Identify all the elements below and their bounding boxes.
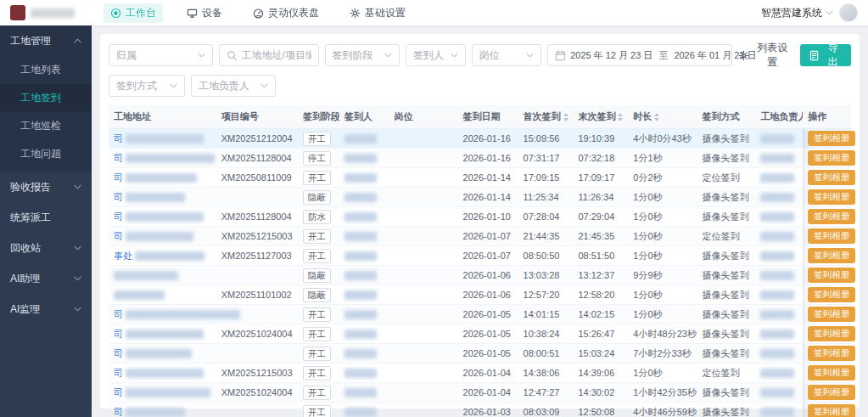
manager-cell xyxy=(755,305,803,324)
project-no-cell: XM20251212004 xyxy=(216,129,298,149)
table-row[interactable]: 司XM20251215003开工2026-01-0414:38:0614:39:… xyxy=(109,363,851,383)
col-duration[interactable]: 时长 xyxy=(628,105,697,129)
first-signin-cell: 12:47:27 xyxy=(518,383,574,403)
table-row[interactable]: 事处XM20251127003开工2026-01-0708:50:5008:51… xyxy=(109,246,851,266)
stage-cell: 隐蔽 xyxy=(298,188,339,207)
site-address-cell[interactable]: 司 xyxy=(109,149,216,168)
table-row[interactable]: 司XM20251215003开工2026-01-0721:44:3521:45:… xyxy=(109,227,851,246)
col-last-signin[interactable]: 末次签到 xyxy=(573,105,628,129)
table-row[interactable]: 司开工2026-01-0508:00:5115:03:247小时2分33秒摄像头… xyxy=(109,344,851,363)
sidebar-item-label: AI助理 xyxy=(10,272,40,286)
stage-filter-select[interactable]: 签到阶段 xyxy=(325,44,400,66)
signin-album-button[interactable]: 签到相册 xyxy=(808,131,855,146)
avatar[interactable] xyxy=(839,3,858,22)
signin-album-button[interactable]: 签到相册 xyxy=(808,326,855,341)
signin-album-button[interactable]: 签到相册 xyxy=(808,209,855,224)
table-row[interactable]: 司XM20251024004开工2026-01-0412:47:2714:30:… xyxy=(109,383,851,403)
last-signin-cell: 07:32:18 xyxy=(573,149,628,168)
action-cell: 签到相册 xyxy=(803,324,851,344)
export-button[interactable]: 导出 xyxy=(800,44,851,66)
site-address-cell[interactable]: 司 xyxy=(109,188,216,207)
post-cell xyxy=(389,324,458,344)
post-filter-select[interactable]: 岗位 xyxy=(472,44,541,66)
signin-album-button[interactable]: 签到相册 xyxy=(808,307,855,322)
signin-album-button[interactable]: 签到相册 xyxy=(808,150,855,166)
stage-tag: 开工 xyxy=(303,132,331,146)
manager-filter-select[interactable]: 工地负责人 xyxy=(191,75,276,97)
site-address-cell[interactable]: 事处 xyxy=(109,246,216,266)
table-row[interactable]: 司开工2026-01-0308:03:0912:50:084小时46分59秒摄像… xyxy=(109,403,851,417)
sidebar-item-site-list[interactable]: 工地列表 xyxy=(0,56,92,84)
sidebar-item-acceptance-report[interactable]: 验收报告 xyxy=(0,172,92,202)
list-settings-button[interactable]: 列表设置 xyxy=(738,41,792,70)
date-start-value: 2025 年 12 月 23 日 xyxy=(570,49,652,62)
nav-basic-settings[interactable]: 基础设置 xyxy=(343,3,412,23)
person-filter-select[interactable]: 签到人 xyxy=(406,44,466,66)
col-first-signin[interactable]: 首次签到 xyxy=(518,105,574,129)
table-row[interactable]: 司隐蔽2026-01-1411:25:3411:26:341分0秒摄像头签到签到… xyxy=(109,188,851,207)
site-address-cell[interactable]: 司 xyxy=(109,305,216,324)
site-address-cell[interactable] xyxy=(109,285,216,305)
table-row[interactable]: 司XM20250811009开工2026-01-1417:09:1517:09:… xyxy=(109,168,851,188)
site-address-cell[interactable]: 司 xyxy=(109,324,216,344)
signin-album-button[interactable]: 签到相册 xyxy=(808,346,855,361)
table-row[interactable]: 司XM20251024004开工2026-01-0510:38:2415:26:… xyxy=(109,324,851,344)
first-signin-cell: 14:38:06 xyxy=(518,363,574,383)
stage-tag: 开工 xyxy=(303,405,331,417)
signin-album-button[interactable]: 签到相册 xyxy=(808,404,855,417)
sidebar-item-recycle-bin[interactable]: 回收站 xyxy=(0,233,92,263)
table-row[interactable]: 司XM20251212004开工2026-01-1615:09:5619:10:… xyxy=(109,129,851,149)
site-address-cell[interactable]: 司 xyxy=(109,403,216,417)
nav-label: 设备 xyxy=(202,6,222,20)
action-cell: 签到相册 xyxy=(803,168,851,188)
signin-album-button[interactable]: 签到相册 xyxy=(808,170,855,185)
table-row[interactable]: 司XM20251128004停工2026-01-1607:31:1707:32:… xyxy=(109,149,851,168)
sidebar-item-ai-supervision[interactable]: AI监理 xyxy=(0,294,92,324)
search-input[interactable]: 工地地址/项目编号 xyxy=(219,44,319,66)
date-range-picker[interactable]: 2025 年 12 月 23 日 至 2026 年 01 月 23 日 xyxy=(547,44,732,66)
nav-workbench[interactable]: 工作台 xyxy=(104,3,163,23)
site-address-cell[interactable]: 司 xyxy=(109,227,216,246)
person-cell xyxy=(339,168,389,188)
method-cell: 定位签到 xyxy=(697,227,755,246)
system-select[interactable]: 智慧营建系统 xyxy=(761,6,833,20)
site-address-cell[interactable] xyxy=(109,266,216,285)
table-row[interactable]: XM20251101002隐蔽2026-01-0612:57:2012:58:2… xyxy=(109,285,851,305)
sort-icon[interactable] xyxy=(618,113,623,121)
table-row[interactable]: 司XM20251128004防水2026-01-1007:28:0407:29:… xyxy=(109,207,851,227)
project-no-cell: XM20251024004 xyxy=(216,324,298,344)
post-cell xyxy=(389,188,458,207)
site-address-cell[interactable]: 司 xyxy=(109,168,216,188)
signin-album-button[interactable]: 签到相册 xyxy=(808,248,855,263)
signin-album-button[interactable]: 签到相册 xyxy=(808,365,855,380)
nav-devices[interactable]: 设备 xyxy=(180,3,229,23)
project-no-cell: XM20251215003 xyxy=(216,363,298,383)
table-row[interactable]: 隐蔽2026-01-0613:03:2813:12:379分9秒摄像头签到签到相… xyxy=(109,266,851,285)
site-address-cell[interactable]: 司 xyxy=(109,363,216,383)
site-address-cell[interactable]: 司 xyxy=(109,383,216,403)
site-address-cell[interactable]: 司 xyxy=(109,344,216,363)
signin-album-button[interactable]: 签到相册 xyxy=(808,228,855,244)
sidebar-item-site-inspection[interactable]: 工地巡检 xyxy=(0,112,92,140)
sidebar-item-site-management[interactable]: 工地管理 xyxy=(0,25,92,56)
signin-date-cell: 2026-01-05 xyxy=(458,324,518,344)
sort-icon[interactable] xyxy=(563,113,568,121)
post-cell xyxy=(389,344,458,363)
site-address-prefix: 司 xyxy=(114,172,123,183)
signin-album-button[interactable]: 签到相册 xyxy=(808,287,855,302)
nav-dashboard[interactable]: 灵动仪表盘 xyxy=(246,3,326,23)
sidebar-item-site-issues[interactable]: 工地问题 xyxy=(0,140,92,168)
site-address-cell[interactable]: 司 xyxy=(109,207,216,227)
sidebar-item-dispatch[interactable]: 统筹派工 xyxy=(0,202,92,233)
site-address-cell[interactable]: 司 xyxy=(109,129,216,149)
signin-album-button[interactable]: 签到相册 xyxy=(808,385,855,400)
sidebar-item-site-signin[interactable]: 工地签到 xyxy=(0,84,92,112)
sidebar-item-ai-assistant[interactable]: AI助理 xyxy=(0,263,92,294)
owner-filter-select[interactable]: 归属 xyxy=(109,44,213,66)
table-row[interactable]: 司开工2026-01-0514:01:1514:02:151分0秒摄像头签到签到… xyxy=(109,305,851,324)
signin-album-button[interactable]: 签到相册 xyxy=(808,268,855,283)
method-filter-select[interactable]: 签到方式 xyxy=(109,75,185,97)
nav-label: 灵动仪表盘 xyxy=(268,6,319,20)
sort-icon[interactable] xyxy=(654,113,659,121)
signin-album-button[interactable]: 签到相册 xyxy=(808,189,855,205)
